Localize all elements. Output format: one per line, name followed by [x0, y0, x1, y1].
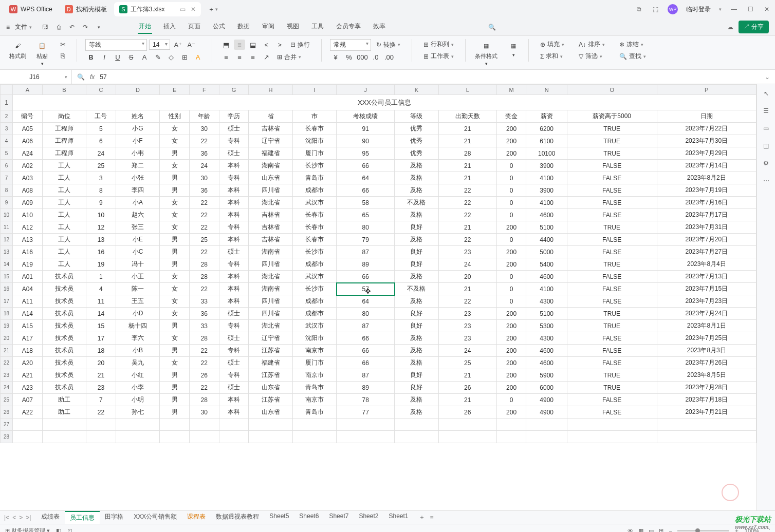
data-cell[interactable]: 陈一: [116, 283, 159, 295]
view-grid-icon[interactable]: ▦: [638, 527, 643, 532]
data-cell[interactable]: 王五: [116, 295, 159, 308]
empty-cell[interactable]: [657, 419, 756, 431]
data-cell[interactable]: 26: [189, 369, 219, 382]
data-cell[interactable]: 武汉市: [292, 271, 336, 283]
data-cell[interactable]: 11: [86, 295, 116, 308]
data-cell[interactable]: 成都市: [292, 308, 336, 320]
data-cell[interactable]: FALSE: [567, 295, 657, 308]
row-header[interactable]: 15: [1, 271, 13, 283]
data-cell[interactable]: 成都市: [292, 184, 336, 197]
formula-input[interactable]: 57: [100, 73, 760, 81]
data-cell[interactable]: 6000: [526, 382, 567, 394]
data-cell[interactable]: 2023年7月30日: [657, 135, 756, 147]
data-cell[interactable]: A05: [13, 123, 43, 135]
empty-cell[interactable]: [86, 419, 116, 431]
empty-cell[interactable]: [337, 419, 395, 431]
data-cell[interactable]: 6200: [526, 123, 567, 135]
data-cell[interactable]: 吉林省: [249, 221, 292, 234]
data-cell[interactable]: 33: [189, 320, 219, 332]
data-cell[interactable]: 江苏省: [249, 394, 292, 406]
empty-cell[interactable]: [160, 419, 190, 431]
data-cell[interactable]: 技术员: [42, 283, 86, 295]
data-cell[interactable]: 87: [337, 369, 395, 382]
data-cell[interactable]: 本科: [219, 295, 249, 308]
data-cell[interactable]: 26: [438, 406, 496, 419]
document-tab[interactable]: S 工作簿3.xlsx ▭ ✕: [114, 2, 201, 16]
select-all-corner[interactable]: [1, 85, 13, 95]
data-cell[interactable]: 不及格: [395, 197, 438, 209]
data-cell[interactable]: 专科: [219, 221, 249, 234]
data-cell[interactable]: 4100: [526, 283, 567, 295]
data-cell[interactable]: 辽宁省: [249, 135, 292, 147]
data-cell[interactable]: 沈阳市: [292, 332, 336, 345]
data-cell[interactable]: 0: [496, 172, 526, 184]
data-cell[interactable]: 200: [496, 221, 526, 234]
data-cell[interactable]: FALSE: [567, 172, 657, 184]
sheet-tab[interactable]: Sheet6: [294, 511, 324, 524]
data-cell[interactable]: 2023年8月3日: [657, 345, 756, 357]
data-cell[interactable]: 专科: [219, 320, 249, 332]
search-icon[interactable]: 🔍: [488, 24, 496, 31]
data-cell[interactable]: 硕士: [219, 382, 249, 394]
row-header[interactable]: 3: [1, 123, 13, 135]
data-cell[interactable]: 22: [438, 209, 496, 221]
data-cell[interactable]: 95: [337, 147, 395, 160]
data-cell[interactable]: 64: [337, 295, 395, 308]
data-cell[interactable]: 2023年8月2日: [657, 172, 756, 184]
empty-cell[interactable]: [438, 419, 496, 431]
row-header[interactable]: 16: [1, 283, 13, 295]
find-template-tab[interactable]: D 找稻壳模板: [60, 2, 112, 16]
data-cell[interactable]: 良好: [395, 369, 438, 382]
data-cell[interactable]: 24: [438, 345, 496, 357]
fullscreen-icon[interactable]: ⛶: [764, 528, 770, 533]
row-header[interactable]: 26: [1, 406, 13, 419]
data-cell[interactable]: 2023年8月5日: [657, 369, 756, 382]
data-cell[interactable]: 湖南省: [249, 283, 292, 295]
data-cell[interactable]: 13: [86, 234, 116, 246]
indent-increase-icon[interactable]: ≥: [274, 40, 285, 50]
data-cell[interactable]: 2023年7月25日: [657, 332, 756, 345]
qat-dropdown-icon[interactable]: ▾: [94, 22, 104, 32]
font-size-select[interactable]: 14: [149, 40, 170, 50]
row-header[interactable]: 5: [1, 147, 13, 160]
close-tab-icon[interactable]: ✕: [191, 6, 196, 13]
col-header[interactable]: I: [292, 85, 336, 95]
row-header[interactable]: 1: [1, 95, 13, 110]
data-cell[interactable]: 30: [189, 406, 219, 419]
ribbon-tab-8[interactable]: 会员专享: [335, 20, 362, 34]
data-cell[interactable]: 女: [160, 135, 190, 147]
ribbon-tab-3[interactable]: 公式: [212, 20, 226, 34]
data-cell[interactable]: 技术员: [42, 332, 86, 345]
col-header[interactable]: F: [189, 85, 219, 95]
data-cell[interactable]: 良好: [395, 246, 438, 258]
data-cell[interactable]: 21: [438, 123, 496, 135]
decrease-font-icon[interactable]: A⁻: [186, 40, 197, 50]
empty-cell[interactable]: [526, 419, 567, 431]
data-cell[interactable]: 优秀: [395, 147, 438, 160]
data-cell[interactable]: 4600: [526, 271, 567, 283]
data-cell[interactable]: 李四: [116, 184, 159, 197]
data-cell[interactable]: 小明: [116, 394, 159, 406]
row-header[interactable]: 2: [1, 110, 13, 123]
data-cell[interactable]: 66: [337, 345, 395, 357]
data-cell[interactable]: 36: [189, 184, 219, 197]
data-cell[interactable]: 66: [337, 160, 395, 172]
col-header[interactable]: L: [438, 85, 496, 95]
data-cell[interactable]: 男: [160, 369, 190, 382]
row-header[interactable]: 18: [1, 308, 13, 320]
data-cell[interactable]: 本科: [219, 209, 249, 221]
empty-cell[interactable]: [86, 431, 116, 443]
data-cell[interactable]: 4: [86, 283, 116, 295]
data-cell[interactable]: 技术员: [42, 369, 86, 382]
sheet-tab[interactable]: 课程表: [182, 511, 211, 524]
copy-icon[interactable]: ⎘: [57, 50, 68, 61]
data-cell[interactable]: A22: [13, 406, 43, 419]
data-cell[interactable]: 0: [496, 271, 526, 283]
filter-button[interactable]: ▽ 筛选▾: [576, 51, 605, 62]
data-cell[interactable]: 小D: [116, 308, 159, 320]
undo-icon[interactable]: ↶: [67, 22, 77, 32]
data-cell[interactable]: 及格: [395, 271, 438, 283]
data-cell[interactable]: TRUE: [567, 221, 657, 234]
sheet-next-icon[interactable]: >: [19, 514, 23, 521]
spreadsheet-grid[interactable]: ABCDEFGHIJKLMNOP1XXX公司员工信息2编号岗位工号姓名性别年龄学…: [0, 84, 756, 510]
